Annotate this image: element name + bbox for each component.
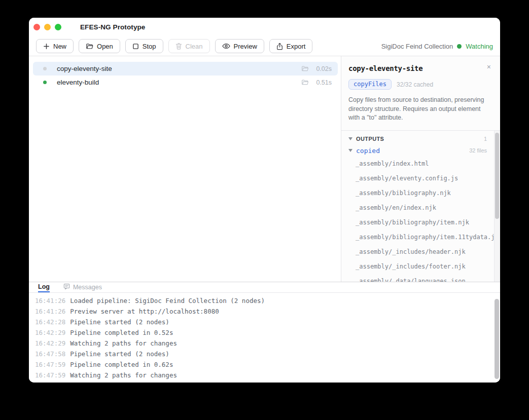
folder-icon[interactable] bbox=[301, 65, 309, 72]
node-duration: 0.51s bbox=[313, 79, 332, 86]
log-timestamp: 16:47:59 bbox=[35, 371, 65, 379]
log-message: Watching 2 paths for changes bbox=[70, 339, 177, 347]
close-window-button[interactable] bbox=[33, 24, 40, 30]
log-message: Pipeline started (2 nodes) bbox=[70, 318, 169, 326]
output-file: _assembly/_includes/header.njk bbox=[341, 245, 500, 259]
clean-button[interactable]: Clean bbox=[168, 39, 210, 53]
tab-log-label: Log bbox=[38, 283, 50, 290]
toolbar: New Open Stop Clean Preview bbox=[29, 36, 500, 56]
badge-row: copyFiles 32/32 cached bbox=[348, 79, 493, 90]
stop-button[interactable]: Stop bbox=[125, 39, 163, 53]
log-scrollbar-thumb[interactable] bbox=[495, 299, 499, 379]
node-status-dot bbox=[43, 81, 47, 84]
log-timestamp: 16:42:29 bbox=[35, 329, 65, 336]
open-button[interactable]: Open bbox=[79, 39, 120, 53]
tab-messages[interactable]: Messages bbox=[63, 282, 102, 292]
title-bar: EFES-NG Prototype bbox=[29, 18, 500, 36]
minimize-window-button[interactable] bbox=[44, 24, 51, 30]
log-line: 16:42:29Watching 2 paths for changes bbox=[35, 338, 490, 349]
log-timestamp: 16:42:28 bbox=[35, 318, 65, 326]
export-button[interactable]: Export bbox=[269, 39, 313, 53]
toolbar-buttons: New Open Stop Clean Preview bbox=[36, 39, 312, 53]
output-file: _assembly/en/index.njk bbox=[341, 201, 500, 215]
node-row-copy-eleventy-site[interactable]: copy-eleventy-site 0.02s bbox=[33, 62, 338, 75]
close-icon[interactable]: × bbox=[487, 63, 491, 70]
log-message: Preview server at http://localhost:8080 bbox=[70, 308, 219, 315]
plus-icon bbox=[43, 43, 50, 50]
inspector-scrollbar-thumb[interactable] bbox=[495, 133, 499, 219]
window-title: EFES-NG Prototype bbox=[80, 23, 145, 31]
inspector-scrollbar-track[interactable] bbox=[494, 131, 500, 282]
outputs-heading: OUTPUTS bbox=[356, 136, 384, 142]
inspector-header: copy-eleventy-site × copyFiles 32/32 cac… bbox=[341, 56, 500, 123]
folder-icon[interactable] bbox=[301, 79, 309, 86]
watching-status-label: Watching bbox=[466, 43, 493, 50]
log-message: Watching 2 paths for changes bbox=[70, 371, 177, 379]
group-file-count: 32 files bbox=[469, 147, 487, 154]
node-row-eleventy-build[interactable]: eleventy-build 0.51s bbox=[33, 75, 338, 89]
log-message: Pipeline started (2 nodes) bbox=[70, 350, 169, 358]
output-file: _assembly/index.html bbox=[341, 157, 500, 171]
log-message: Loaded pipeline: SigiDoc Feind Collectio… bbox=[70, 297, 265, 304]
log-timestamp: 16:41:26 bbox=[35, 297, 65, 304]
output-file: _assembly/bibliography/item.11tydata.js bbox=[341, 230, 500, 245]
new-button[interactable]: New bbox=[36, 39, 74, 53]
log-line: 16:42:28Pipeline started (2 nodes) bbox=[35, 317, 490, 327]
inspector-title: copy-eleventy-site bbox=[348, 64, 493, 72]
cache-info: 32/32 cached bbox=[397, 81, 433, 88]
zoom-window-button[interactable] bbox=[55, 24, 61, 30]
main-area: copy-eleventy-site 0.02s eleventy-build … bbox=[29, 56, 500, 282]
outputs-count: 1 bbox=[484, 136, 487, 142]
output-file: _assembly/_data/languages.json bbox=[341, 274, 500, 282]
log-timestamp: 16:47:58 bbox=[35, 350, 65, 358]
log-line: 16:41:26Loaded pipeline: SigiDoc Feind C… bbox=[35, 295, 490, 306]
screen: EFES-NG Prototype New Open Stop bbox=[0, 0, 529, 420]
log-line: 16:41:26Preview server at http://localho… bbox=[35, 306, 490, 317]
output-file-list: _assembly/index.html _assembly/eleventy.… bbox=[341, 157, 500, 282]
node-type-badge: copyFiles bbox=[348, 79, 392, 90]
log-line: 16:47:59Watching 2 paths for changes bbox=[35, 370, 490, 380]
log-line: 16:42:29Pipeline completed in 0.52s bbox=[35, 327, 490, 338]
log-line: 16:47:58Pipeline started (2 nodes) bbox=[35, 349, 490, 359]
copied-group-header[interactable]: copied 32 files bbox=[341, 144, 500, 157]
log-panel: Log Messages 16:41:26Loaded pipeline: Si… bbox=[29, 282, 500, 383]
log-message: Pipeline completed in 0.52s bbox=[70, 329, 173, 336]
group-name: copied bbox=[356, 147, 380, 155]
tab-messages-label: Messages bbox=[73, 284, 102, 291]
log-line: 16:47:59Pipeline completed in 0.62s bbox=[35, 359, 490, 370]
traffic-lights bbox=[33, 24, 61, 30]
inspector-panel: copy-eleventy-site × copyFiles 32/32 cac… bbox=[341, 56, 500, 282]
preview-button[interactable]: Preview bbox=[215, 39, 264, 53]
log-timestamp: 16:47:59 bbox=[35, 361, 65, 368]
stop-square-icon bbox=[132, 43, 139, 50]
folder-open-icon bbox=[86, 43, 93, 50]
node-duration: 0.02s bbox=[313, 65, 332, 72]
message-bubble-icon bbox=[63, 283, 70, 291]
pipeline-status: SigiDoc Feind Collection Watching bbox=[381, 43, 493, 50]
chevron-down-icon bbox=[348, 137, 352, 140]
output-file: _assembly/bibliography/item.njk bbox=[341, 215, 500, 230]
log-timestamp: 16:42:29 bbox=[35, 339, 65, 347]
log-output: 16:41:26Loaded pipeline: SigiDoc Feind C… bbox=[29, 293, 500, 383]
node-name: eleventy-build bbox=[57, 79, 99, 86]
chevron-down-icon bbox=[348, 149, 352, 152]
app-window: EFES-NG Prototype New Open Stop bbox=[29, 18, 500, 383]
node-list: copy-eleventy-site 0.02s eleventy-build … bbox=[29, 56, 341, 282]
share-export-icon bbox=[276, 43, 283, 50]
node-description: Copy files from source to destination, p… bbox=[348, 96, 493, 123]
eye-icon bbox=[222, 43, 230, 49]
project-name: SigiDoc Feind Collection bbox=[381, 43, 453, 50]
node-name: copy-eleventy-site bbox=[57, 65, 112, 72]
outputs-section: OUTPUTS 1 copied 32 files _assembly/inde… bbox=[341, 130, 500, 282]
log-timestamp: 16:41:26 bbox=[35, 308, 65, 315]
output-file: _assembly/_includes/footer.njk bbox=[341, 259, 500, 274]
log-tabs: Log Messages bbox=[29, 282, 500, 293]
node-status-dot bbox=[43, 67, 47, 70]
trash-icon bbox=[175, 43, 182, 50]
output-file: _assembly/bibliography.njk bbox=[341, 186, 500, 201]
tab-log[interactable]: Log bbox=[38, 282, 50, 292]
outputs-header[interactable]: OUTPUTS 1 bbox=[341, 131, 500, 144]
log-message: Pipeline completed in 0.62s bbox=[70, 361, 173, 368]
watching-status-dot bbox=[457, 44, 462, 49]
output-file: _assembly/eleventy.config.js bbox=[341, 171, 500, 186]
